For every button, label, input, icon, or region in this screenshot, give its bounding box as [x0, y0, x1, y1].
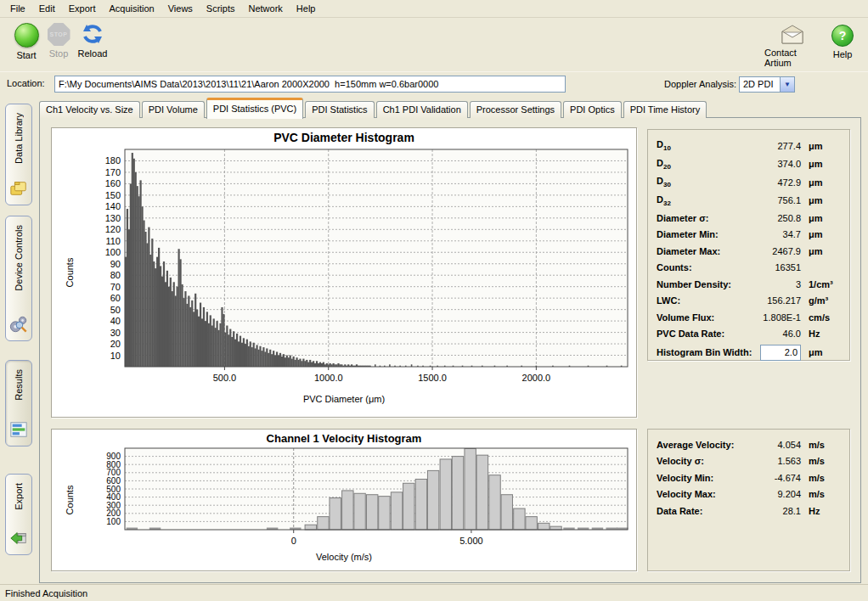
- stat-label: D32: [657, 194, 748, 207]
- menu-edit[interactable]: Edit: [32, 2, 62, 15]
- stat-value: 250.8: [748, 213, 809, 223]
- stat-label: D10: [657, 139, 748, 152]
- stat-label: Average Velocity:: [657, 440, 748, 450]
- svg-text:180: 180: [105, 155, 121, 166]
- svg-text:120: 120: [105, 224, 121, 234]
- stat-label: Diameter Max:: [657, 246, 748, 256]
- bin-width-input[interactable]: [760, 345, 801, 361]
- stat-label: Velocity σ:: [657, 456, 748, 466]
- stat-value: 756.1: [748, 195, 809, 205]
- stop-button: STOP Stop: [42, 23, 75, 59]
- stat-row: Velocity Max:9.204m/s: [657, 486, 841, 503]
- sidebar-item-export[interactable]: Export: [5, 474, 32, 555]
- stat-value: 3: [748, 279, 809, 289]
- svg-text:60: 60: [110, 293, 121, 303]
- velocity-y-axis-label: Counts: [65, 486, 75, 515]
- svg-text:170: 170: [105, 167, 121, 177]
- tab-pdi-statistics-pvc[interactable]: PDI Statistics (PVC): [206, 98, 303, 119]
- help-button[interactable]: ? Help: [827, 25, 858, 59]
- stat-value: -4.674: [748, 473, 809, 483]
- menu-help[interactable]: Help: [290, 2, 323, 15]
- stat-unit: μm: [809, 229, 841, 239]
- velocity-histogram-chart: 10020030040050060070080090005.000: [52, 445, 636, 550]
- stat-row: Diameter σ:250.8μm: [657, 210, 841, 227]
- stat-row: LWC:156.217g/m³: [657, 293, 841, 310]
- location-input[interactable]: [54, 76, 566, 93]
- stat-label: Number Density:: [657, 279, 748, 289]
- tab-pdi-time-history[interactable]: PDI Time History: [623, 101, 707, 118]
- menu-scripts[interactable]: Scripts: [200, 2, 242, 15]
- stat-unit: Hz: [809, 329, 841, 339]
- stat-value: 28.1: [748, 506, 809, 516]
- results-content-area: PVC Diameter Histogram Counts 1020304050…: [39, 117, 861, 583]
- velocity-x-axis-label: Velocity (m/s): [52, 552, 636, 562]
- stat-unit: cm/s: [809, 312, 841, 323]
- aims-application-window: { "menu": {"items": ["File","Edit","Expo…: [0, 0, 868, 601]
- svg-text:400: 400: [106, 492, 121, 502]
- stat-row: Velocity Min:-4.674m/s: [657, 469, 841, 486]
- menu-network[interactable]: Network: [241, 2, 289, 15]
- sidebar-item-results[interactable]: Results: [5, 360, 32, 447]
- tab-pdi-volume[interactable]: PDI Volume: [142, 101, 205, 118]
- contact-artium-label: Contact Artium: [764, 48, 820, 68]
- stat-unit: μm: [809, 195, 841, 205]
- stat-value: 2467.9: [748, 246, 809, 256]
- stop-label: Stop: [49, 48, 69, 59]
- svg-text:2000.0: 2000.0: [522, 373, 551, 383]
- start-button[interactable]: Start: [8, 23, 44, 60]
- start-icon: [14, 23, 39, 48]
- sidebar-item-label: Data Library: [14, 113, 24, 164]
- doppler-analysis-value: 2D PDI: [740, 77, 780, 92]
- reload-button[interactable]: Reload: [73, 22, 112, 59]
- svg-text:200: 200: [106, 508, 121, 518]
- stat-label: LWC:: [657, 295, 748, 306]
- stat-label: Counts:: [657, 262, 748, 272]
- velocity-chart-title: Channel 1 Velocity Histogram: [52, 430, 636, 445]
- stat-value: 4.054: [748, 440, 809, 450]
- stat-unit: m/s: [809, 489, 841, 499]
- stat-value: 472.9: [748, 177, 809, 188]
- pvc-histogram-panel: PVC Diameter Histogram Counts 1020304050…: [51, 127, 637, 418]
- stat-value: 34.7: [748, 229, 809, 239]
- stat-row: D30472.9μm: [657, 173, 841, 192]
- tab-ch1-velocity-vs-size[interactable]: Ch1 Velocity vs. Size: [39, 101, 140, 118]
- menu-export[interactable]: Export: [62, 2, 103, 15]
- menu-acquisition[interactable]: Acquisition: [103, 2, 161, 15]
- svg-text:30: 30: [110, 328, 121, 338]
- histogram-bin-width-row: Histogram Bin Width: μm: [657, 342, 841, 362]
- stat-unit: μm: [809, 177, 841, 188]
- menu-file[interactable]: File: [3, 2, 32, 15]
- svg-text:50: 50: [110, 305, 121, 315]
- svg-text:100: 100: [105, 247, 121, 257]
- tab-pdi-optics[interactable]: PDI Optics: [563, 101, 622, 118]
- pvc-y-axis-label: Counts: [65, 258, 75, 288]
- doppler-analysis-select[interactable]: 2D PDI ▼: [739, 76, 795, 93]
- svg-text:1000.0: 1000.0: [314, 373, 343, 383]
- svg-text:110: 110: [105, 236, 121, 246]
- chevron-down-icon[interactable]: ▼: [780, 77, 794, 92]
- stat-unit: g/m³: [809, 295, 841, 306]
- envelope-icon: [779, 25, 806, 45]
- velocity-histogram-panel: Channel 1 Velocity Histogram Counts 1002…: [51, 429, 637, 571]
- tab-processor-settings[interactable]: Processor Settings: [470, 101, 561, 118]
- stat-unit: 1/cm³: [809, 279, 841, 289]
- tab-pdi-statistics[interactable]: PDI Statistics: [305, 101, 374, 118]
- toolbar: Start STOP Stop Reload Contact Artium ? …: [0, 18, 868, 71]
- status-text: Finished Acquisition: [5, 588, 87, 598]
- stat-row: Average Velocity:4.054m/s: [657, 436, 841, 453]
- stat-label: Data Rate:: [657, 506, 748, 516]
- stat-row: PVC Data Rate:46.0Hz: [657, 326, 841, 343]
- stat-row: D10277.4μm: [657, 137, 841, 155]
- sidebar-item-data-library[interactable]: Data Library: [5, 104, 32, 205]
- svg-text:5.000: 5.000: [459, 536, 483, 546]
- reload-icon: [81, 22, 104, 46]
- stat-label: Velocity Min:: [657, 473, 748, 483]
- contact-artium-button[interactable]: Contact Artium: [764, 25, 820, 68]
- tab-ch1-pdi-validation[interactable]: Ch1 PDI Validation: [376, 101, 468, 118]
- menu-views[interactable]: Views: [161, 2, 200, 15]
- svg-text:130: 130: [105, 213, 121, 223]
- sidebar-item-device-controls[interactable]: Device Controls: [5, 216, 32, 341]
- stat-unit: μm: [809, 246, 841, 256]
- stat-row: Counts:16351: [657, 260, 841, 277]
- svg-text:80: 80: [110, 270, 121, 280]
